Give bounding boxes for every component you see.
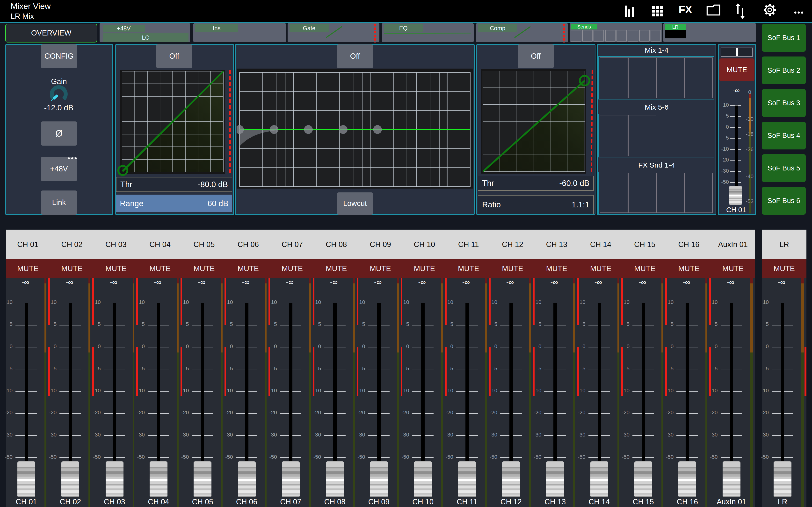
- svg-text:FX: FX: [678, 4, 692, 15]
